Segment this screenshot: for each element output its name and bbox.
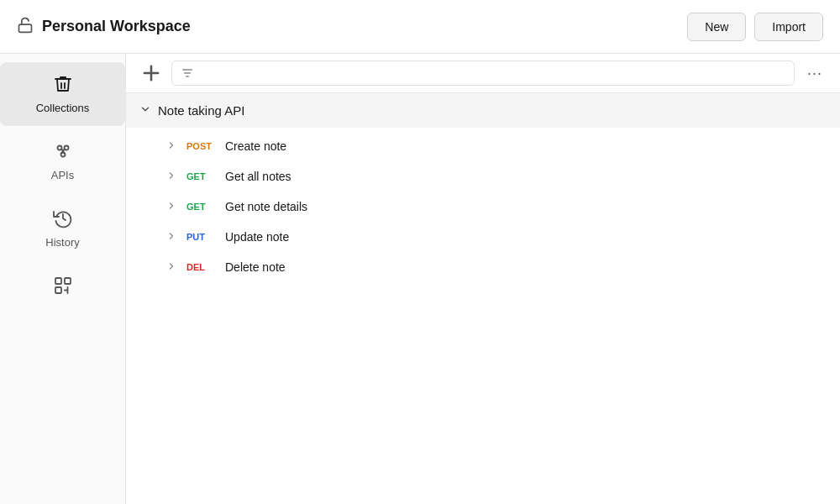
body: Collections APIs — [0, 54, 840, 504]
endpoint-create-note[interactable]: POST Create note — [126, 131, 840, 161]
api-icon — [53, 141, 73, 164]
more-options-button[interactable]: ··· — [803, 61, 827, 85]
svg-rect-6 — [55, 278, 61, 284]
endpoint-name: Get note details — [225, 200, 307, 213]
sidebar-item-plugins[interactable] — [0, 264, 125, 310]
history-icon — [53, 208, 73, 231]
add-button[interactable] — [139, 61, 163, 85]
chevron-right-icon — [166, 171, 176, 183]
collection-header[interactable]: Note taking API — [126, 93, 840, 128]
toolbar: ··· — [126, 54, 840, 93]
svg-rect-8 — [55, 287, 61, 293]
import-button[interactable]: Import — [754, 13, 823, 41]
sidebar-history-label: History — [45, 236, 79, 249]
endpoint-get-all-notes[interactable]: GET Get all notes — [126, 161, 840, 192]
chevron-right-icon — [166, 261, 176, 274]
sidebar-collections-label: Collections — [36, 102, 90, 114]
sidebar-item-apis[interactable]: APIs — [0, 129, 125, 193]
chevron-right-icon — [166, 140, 176, 153]
main-content: ··· Note taking API POST Create not — [126, 54, 840, 504]
collection-name: Note taking API — [158, 103, 244, 118]
collections-icon — [53, 74, 73, 97]
endpoint-update-note[interactable]: PUT Update note — [126, 222, 840, 252]
endpoint-get-note-details[interactable]: GET Get note details — [126, 192, 840, 222]
method-badge-put: PUT — [186, 232, 217, 242]
sidebar: Collections APIs — [0, 54, 126, 504]
svg-rect-7 — [65, 278, 71, 284]
workspace-title: Personal Workspace — [42, 18, 191, 35]
endpoint-name: Delete note — [225, 260, 286, 274]
endpoint-name: Update note — [225, 230, 289, 244]
chevron-down-icon — [139, 103, 151, 118]
filter-input[interactable] — [171, 60, 795, 86]
endpoint-name: Get all notes — [225, 170, 291, 183]
chevron-right-icon — [166, 231, 176, 244]
svg-rect-0 — [19, 24, 32, 32]
sidebar-item-collections[interactable]: Collections — [0, 62, 125, 126]
method-badge-get-2: GET — [186, 202, 217, 212]
method-badge-get: GET — [186, 171, 217, 181]
method-badge-del: DEL — [186, 262, 217, 272]
sidebar-item-history[interactable]: History — [0, 197, 125, 260]
method-badge-post: POST — [186, 141, 217, 151]
plugin-icon — [53, 276, 73, 298]
header: Personal Workspace New Import — [0, 0, 840, 54]
chevron-right-icon — [166, 201, 176, 213]
sidebar-apis-label: APIs — [51, 169, 74, 181]
header-left: Personal Workspace — [17, 17, 191, 37]
endpoint-name: Create note — [225, 139, 286, 153]
endpoint-delete-note[interactable]: DEL Delete note — [126, 252, 840, 282]
lock-icon — [17, 17, 34, 37]
endpoint-list: POST Create note GET Get all notes — [126, 128, 840, 286]
new-button[interactable]: New — [687, 13, 746, 41]
header-actions: New Import — [687, 13, 823, 41]
